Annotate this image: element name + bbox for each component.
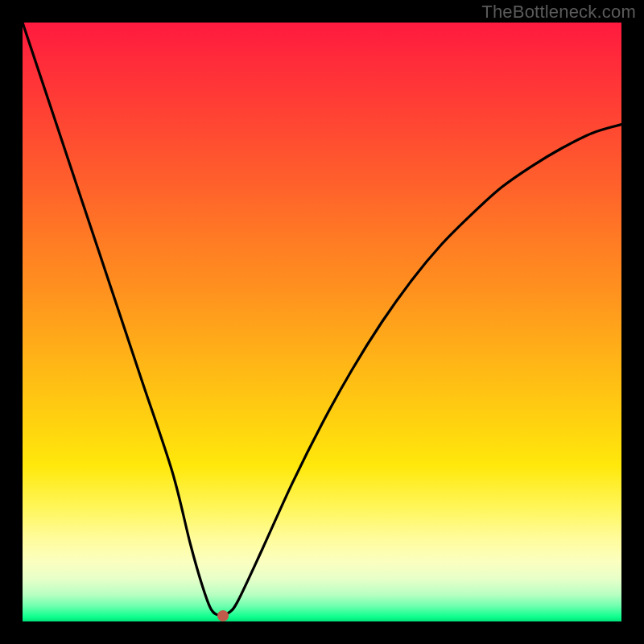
- curve-svg: [23, 23, 621, 621]
- plot-area: [23, 23, 621, 621]
- bottleneck-curve: [23, 23, 621, 616]
- watermark-text: TheBottleneck.com: [481, 2, 636, 23]
- optimal-point-marker: [217, 610, 229, 621]
- chart-frame: TheBottleneck.com: [0, 0, 644, 644]
